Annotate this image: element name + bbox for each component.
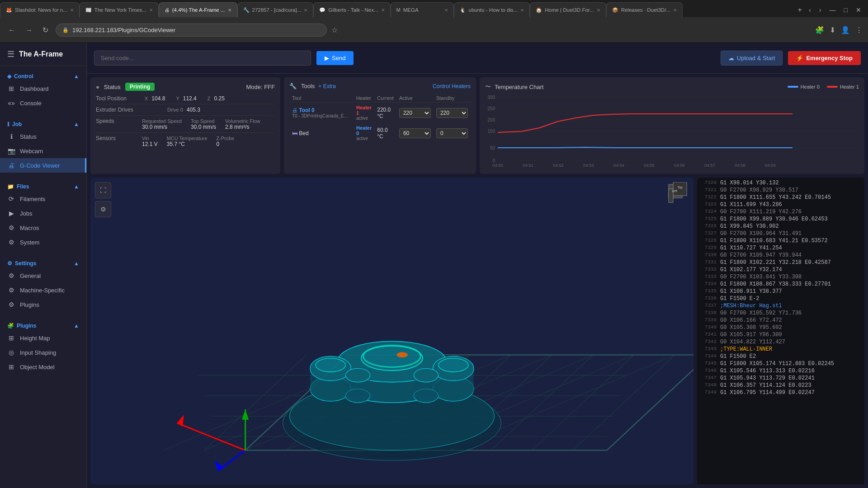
tab-close-icon[interactable]: ✕ xyxy=(854,5,863,14)
job-section-collapse[interactable]: ▲ xyxy=(74,121,79,127)
new-tab-button[interactable]: + xyxy=(793,2,807,17)
sidebar-item-general[interactable]: ⚙ General xyxy=(0,268,86,283)
back-button[interactable]: ← xyxy=(5,24,18,36)
tab-close[interactable]: ✕ xyxy=(228,8,231,13)
extensions-icon[interactable]: 🧩 xyxy=(815,26,824,34)
tab-favicon: 🖨 xyxy=(165,7,170,13)
code-input[interactable] xyxy=(94,51,311,66)
sidebar-section-header-job[interactable]: ℹ Job ▲ xyxy=(0,117,86,129)
sidebar-section-header-files[interactable]: 📁 Files ▲ xyxy=(0,180,86,192)
menu-icon[interactable]: ⋮ xyxy=(855,26,863,34)
sidebar-section-header-plugins[interactable]: 🧩 Plugins ▲ xyxy=(0,319,86,331)
tab-maximize-icon[interactable]: □ xyxy=(842,5,850,14)
tab-close[interactable]: ✕ xyxy=(149,8,153,13)
emergency-stop-button[interactable]: ⚡ Emergency Stop xyxy=(788,51,861,65)
tab-favicon: 🔧 xyxy=(243,7,250,13)
sidebar-item-inputshaping[interactable]: ◎ Input Shaping xyxy=(0,345,86,360)
mcu-temp-value: 35.7 °C xyxy=(167,141,208,147)
gcode-viewer[interactable]: ⛶ ⚙ xyxy=(90,178,693,484)
browser-tab-8[interactable]: 🏠Home | Duet3D For...✕ xyxy=(530,2,606,17)
svg-text:04:50: 04:50 xyxy=(492,163,503,168)
zprobe-block: Z-Probe 0 xyxy=(216,136,234,147)
sidebar-section-header-control[interactable]: ◈ Control ▲ xyxy=(0,70,86,81)
forward-button[interactable]: → xyxy=(23,24,35,36)
col-standby: Standby xyxy=(434,94,471,103)
sidebar-item-heightmap[interactable]: ⊞ Height Map xyxy=(0,331,86,345)
gcode-code: G0 X104.822 Y112.427 xyxy=(720,339,785,345)
browser-tab-4[interactable]: 🔧272857 - [cad/cura]...✕ xyxy=(237,2,314,17)
profile-icon[interactable]: 👤 xyxy=(841,26,850,34)
tool-name-cell: 🖨 Tool 0 T0 - 3DPrintingCanada_EuroPETG xyxy=(289,103,354,123)
browser-tab-6[interactable]: MMEGA✕ xyxy=(391,2,454,17)
sidebar-item-objectmodel[interactable]: ⊞ Object Model xyxy=(0,360,86,374)
sidebar-item-gcodeviewer[interactable]: 🖨 G-Code Viewer xyxy=(0,158,86,173)
tab-close[interactable]: ✕ xyxy=(673,8,677,13)
viewer-fullscreen-button[interactable]: ⛶ xyxy=(95,182,111,198)
tab-close[interactable]: ✕ xyxy=(597,8,600,13)
tool-active-cell[interactable]: 60 xyxy=(396,123,434,143)
browser-tab-7[interactable]: 🐧ubuntu - How to dis...✕ xyxy=(454,2,530,17)
heater-status: active xyxy=(356,136,372,141)
bookmark-icon[interactable]: ☆ xyxy=(331,26,338,34)
sidebar-section-header-settings[interactable]: ⚙ Settings ▲ xyxy=(0,257,86,268)
tab-close[interactable]: ✕ xyxy=(381,8,385,13)
svg-text:04:53: 04:53 xyxy=(583,163,594,168)
browser-tab-1[interactable]: 🦊Slashdot: News for n...✕ xyxy=(0,2,80,17)
sidebar-section-plugins: 🧩 Plugins ▲ ⊞ Height Map ◎ Input Shaping… xyxy=(0,315,86,378)
browser-tab-2[interactable]: 📰The New York Times...✕ xyxy=(80,2,159,17)
gcode-linenum: 7324 xyxy=(701,209,717,215)
browser-tab-3[interactable]: 🖨(4.4%) The A-Frame ...✕ xyxy=(159,2,237,17)
sidebar-item-label: Input Shaping xyxy=(20,349,56,356)
tool-active-select[interactable]: 220 xyxy=(399,108,431,118)
lock-icon: 🔒 xyxy=(62,27,69,33)
tool-active-cell[interactable]: 220 xyxy=(396,103,434,123)
sidebar-item-console[interactable]: «» Console xyxy=(0,96,86,110)
tab-prev-icon[interactable]: ‹ xyxy=(807,5,813,14)
sidebar-item-webcam[interactable]: 📷 Webcam xyxy=(0,144,86,158)
tab-minimize-icon[interactable]: — xyxy=(827,5,838,14)
extruder-drives-row: Extruder Drives Drive 0 405.3 xyxy=(96,107,275,113)
files-section-collapse[interactable]: ▲ xyxy=(74,183,79,190)
app-title: The A-Frame xyxy=(19,50,63,58)
address-input[interactable]: 🔒 192.168.221.183/Plugins/GCodeViewer xyxy=(56,23,327,37)
tool-standby-cell[interactable]: 220 xyxy=(434,103,471,123)
send-button[interactable]: ▶ Send xyxy=(316,51,354,65)
control-heaters-link[interactable]: Control Heaters xyxy=(433,83,471,89)
viewer-settings-button[interactable]: ⚙ xyxy=(95,201,111,217)
sidebar-item-filaments[interactable]: ⟳ Filaments xyxy=(0,192,86,206)
col-tool: Tool xyxy=(289,94,354,103)
tool-standby-select[interactable]: 220 xyxy=(436,108,468,118)
sidebar-item-label: Plugins xyxy=(20,301,39,308)
tab-close[interactable]: ✕ xyxy=(70,8,74,13)
settings-section-collapse[interactable]: ▲ xyxy=(74,260,79,267)
tab-close[interactable]: ✕ xyxy=(304,8,307,13)
tab-next-icon[interactable]: › xyxy=(817,5,824,14)
tool-active-select[interactable]: 60 xyxy=(399,128,431,138)
plugins-section-collapse[interactable]: ▲ xyxy=(74,323,79,329)
sidebar-item-macros[interactable]: ⚙ Macros xyxy=(0,221,86,235)
browser-tab-9[interactable]: 📦Releases · Duet3D/...✕ xyxy=(606,2,683,17)
upload-start-button[interactable]: ☁ Upload & Start xyxy=(721,51,783,66)
sidebar-item-dashboard[interactable]: ⊞ Dashboard xyxy=(0,81,86,96)
tab-label: 272857 - [cad/cura]... xyxy=(252,7,302,13)
gcode-line: 7339G0 X106.166 Y72.472 xyxy=(697,317,864,324)
gcode-text-panel[interactable]: 7320G1 X98.014 Y30.1327321G0 F2700 X98.9… xyxy=(697,178,864,484)
address-bar: ← → ↻ 🔒 192.168.221.183/Plugins/GCodeVie… xyxy=(0,17,868,43)
browser-tab-5[interactable]: 💬Gilberts - Talk - Nex...✕ xyxy=(313,2,390,17)
refresh-button[interactable]: ↻ xyxy=(40,24,51,36)
sidebar-item-plugins-settings[interactable]: ⚙ Plugins xyxy=(0,297,86,312)
extra-link[interactable]: + Extra xyxy=(318,83,335,89)
main-content: ▶ Send ☁ Upload & Start ⚡ Emergency Stop… xyxy=(87,43,868,488)
tool-standby-cell[interactable]: 0 xyxy=(434,123,471,143)
tools-table: Tool Heater Current Active Standby 🖨 Too… xyxy=(289,94,471,143)
tab-close[interactable]: ✕ xyxy=(444,8,448,13)
tab-close[interactable]: ✕ xyxy=(520,8,524,13)
control-section-collapse[interactable]: ▲ xyxy=(74,73,79,80)
download-icon[interactable]: ⬇ xyxy=(830,26,835,34)
sidebar-item-machine[interactable]: ⚙ Machine-Specific xyxy=(0,283,86,297)
sidebar-item-system[interactable]: ⚙ System xyxy=(0,235,86,249)
hamburger-icon[interactable]: ☰ xyxy=(7,49,14,59)
sidebar-item-status[interactable]: ℹ Status xyxy=(0,129,86,144)
sidebar-item-jobs[interactable]: ▶ Jobs xyxy=(0,206,86,221)
tool-standby-select[interactable]: 0 xyxy=(436,128,468,138)
